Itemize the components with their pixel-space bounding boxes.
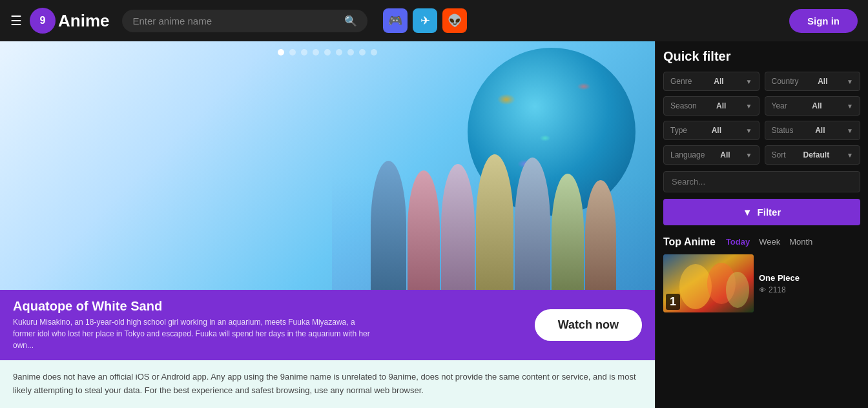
type-value: All: [712, 126, 721, 135]
status-filter[interactable]: Status All ▼: [765, 121, 861, 140]
hero-characters: [332, 99, 655, 290]
character-2: [408, 170, 440, 290]
quick-filter-title: Quick filter: [663, 49, 860, 64]
discord-icon: 🎮: [388, 14, 402, 28]
season-filter[interactable]: Season All ▼: [663, 96, 760, 116]
svg-point-3: [726, 272, 749, 308]
year-filter[interactable]: Year All ▼: [765, 96, 861, 116]
carousel-dot-4[interactable]: [313, 49, 319, 56]
country-label: Country: [772, 77, 799, 86]
anime-description: Kukuru Misakino, an 18-year-old high sch…: [13, 316, 375, 351]
tab-today[interactable]: Today: [723, 236, 752, 248]
character-5: [515, 158, 550, 290]
hamburger-icon[interactable]: ☰: [10, 13, 22, 28]
year-arrow-icon: ▼: [847, 103, 853, 110]
tab-month[interactable]: Month: [787, 236, 815, 248]
year-label: Year: [772, 101, 787, 110]
genre-value: All: [714, 77, 723, 86]
reddit-icon: 👽: [448, 14, 462, 28]
season-label: Season: [670, 101, 697, 110]
anime-card-1[interactable]: 1 One Piece 👁 2118: [663, 254, 860, 312]
search-bar: 🔍: [122, 10, 367, 32]
anime-info: One Piece 👁 2118: [759, 273, 860, 294]
watch-now-button[interactable]: Watch now: [535, 309, 642, 341]
genre-arrow-icon: ▼: [746, 78, 752, 85]
sort-arrow-icon: ▼: [847, 152, 853, 159]
genre-filter[interactable]: Genre All ▼: [663, 72, 760, 91]
filter-button[interactable]: ▼ Filter: [663, 199, 860, 225]
svg-point-1: [679, 264, 712, 309]
carousel-dot-6[interactable]: [336, 49, 342, 56]
hero-title-text: Aquatope of White Sand Kukuru Misakino, …: [13, 299, 375, 351]
discord-button[interactable]: 🎮: [383, 8, 408, 33]
character-4: [476, 154, 513, 290]
notice-text: 9anime does not have an official iOS or …: [13, 372, 636, 395]
character-3: [441, 164, 475, 290]
filter-grid: Genre All ▼ Country All ▼ Season All ▼ Y…: [663, 72, 860, 165]
left-content: Aquatope of White Sand Kukuru Misakino, …: [0, 41, 655, 408]
views-count: 2118: [769, 285, 786, 294]
status-arrow-icon: ▼: [847, 127, 853, 134]
logo[interactable]: 9 Anime: [30, 8, 109, 34]
top-anime-tabs: Today Week Month: [723, 236, 815, 248]
language-value: All: [720, 150, 730, 159]
carousel-dot-2[interactable]: [289, 49, 296, 56]
anime-name: One Piece: [759, 273, 860, 283]
signin-button[interactable]: Sign in: [789, 9, 858, 33]
country-arrow-icon: ▼: [847, 78, 853, 85]
filter-search-input[interactable]: [663, 171, 860, 192]
year-value: All: [812, 101, 822, 110]
sort-label: Sort: [772, 150, 786, 159]
carousel-dot-3[interactable]: [301, 49, 307, 56]
type-arrow-icon: ▼: [746, 127, 752, 134]
main-layout: Aquatope of White Sand Kukuru Misakino, …: [0, 41, 868, 408]
sort-filter[interactable]: Sort Default ▼: [765, 145, 861, 165]
carousel-dot-5[interactable]: [324, 49, 331, 56]
character-6: [552, 174, 584, 290]
carousel-dot-9[interactable]: [371, 49, 377, 56]
carousel-dot-7[interactable]: [347, 49, 354, 56]
sort-value: Default: [803, 150, 829, 159]
views-icon: 👁: [759, 286, 766, 294]
language-filter[interactable]: Language All ▼: [663, 145, 760, 165]
language-label: Language: [670, 150, 705, 159]
reddit-button[interactable]: 👽: [442, 8, 467, 33]
anime-title: Aquatope of White Sand: [13, 299, 375, 314]
status-value: All: [815, 126, 825, 135]
search-icon[interactable]: 🔍: [344, 15, 357, 27]
season-value: All: [716, 101, 726, 110]
language-arrow-icon: ▼: [746, 152, 752, 159]
carousel-dot-8[interactable]: [359, 49, 366, 56]
character-1: [371, 161, 406, 290]
logo-circle: 9: [30, 8, 56, 34]
logo-text: Anime: [58, 11, 109, 31]
right-sidebar: Quick filter Genre All ▼ Country All ▼ S…: [655, 41, 868, 408]
tab-week[interactable]: Week: [756, 236, 783, 248]
telegram-button[interactable]: ✈: [413, 8, 437, 33]
telegram-icon: ✈: [420, 14, 430, 28]
status-label: Status: [772, 126, 794, 135]
anime-rank-image: 1: [663, 254, 754, 312]
character-7: [585, 180, 616, 290]
search-input[interactable]: [132, 15, 344, 26]
filter-icon: ▼: [743, 207, 752, 218]
anime-views: 👁 2118: [759, 285, 860, 294]
hero-banner: [0, 41, 655, 290]
genre-label: Genre: [670, 77, 692, 86]
season-arrow-icon: ▼: [746, 103, 752, 110]
type-filter[interactable]: Type All ▼: [663, 121, 760, 140]
top-anime-header: Top Anime Today Week Month: [663, 236, 860, 248]
social-icons: 🎮 ✈ 👽: [383, 8, 467, 33]
top-anime-title: Top Anime: [663, 236, 716, 248]
anime-rank-number: 1: [666, 294, 680, 310]
carousel-dots: [278, 49, 377, 56]
filter-button-label: Filter: [758, 207, 781, 218]
hero-title-bar: Aquatope of White Sand Kukuru Misakino, …: [0, 290, 655, 360]
header: ☰ 9 Anime 🔍 🎮 ✈ 👽 Sign in: [0, 0, 868, 41]
notice-bar: 9anime does not have an official iOS or …: [0, 360, 655, 408]
carousel-dot-1[interactable]: [278, 49, 284, 56]
type-label: Type: [670, 126, 687, 135]
country-filter[interactable]: Country All ▼: [765, 72, 861, 91]
country-value: All: [818, 77, 827, 86]
